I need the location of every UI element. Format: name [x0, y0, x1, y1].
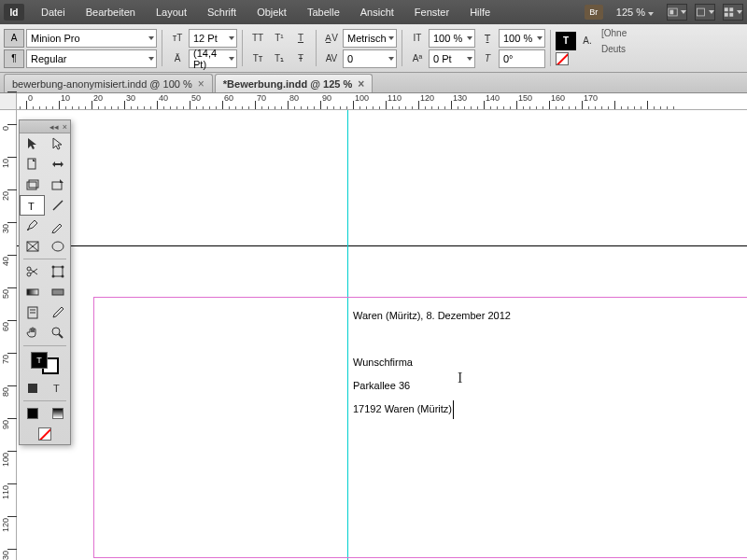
svg-rect-33 — [28, 384, 37, 393]
formatting-text-icon[interactable]: T — [45, 378, 70, 399]
leading-combo[interactable]: (14,4 Pt) — [189, 49, 237, 68]
fill-stroke-swatch[interactable]: T — [31, 352, 59, 374]
free-transform-tool[interactable] — [45, 261, 70, 282]
baseline-combo[interactable]: 0 Pt — [429, 49, 475, 68]
tracking-icon: AV — [321, 49, 342, 68]
bridge-icon[interactable]: Br — [585, 5, 603, 20]
tab-bewerbung-anon[interactable]: bewerbung-anonymisiert.indd @ 100 %× — [4, 74, 213, 92]
scissors-tool[interactable] — [20, 261, 45, 282]
font-style-combo[interactable]: Regular — [26, 49, 157, 68]
kerning-combo[interactable]: Metrisch — [343, 29, 397, 48]
menu-fenster[interactable]: Fenster — [405, 3, 458, 21]
document-canvas[interactable]: Waren (Müritz), 8. Dezember 2012 Wunschf… — [17, 110, 747, 560]
apply-gradient-icon[interactable] — [45, 403, 70, 424]
arrange-icon[interactable] — [723, 4, 743, 21]
smallcaps-icon[interactable]: Tт — [247, 49, 268, 68]
selection-tool[interactable] — [20, 133, 45, 154]
menu-hilfe[interactable]: Hilfe — [460, 3, 500, 21]
tools-panel[interactable]: ◂◂× T — [19, 119, 71, 445]
charstyle-label: [Ohne — [599, 26, 628, 40]
close-icon[interactable]: × — [63, 122, 67, 132]
close-icon[interactable]: × — [198, 77, 204, 91]
svg-point-16 — [52, 242, 63, 251]
strikethrough-icon[interactable]: Ŧ — [290, 49, 311, 68]
text-frame-content[interactable]: Waren (Müritz), 8. Dezember 2012 Wunschf… — [353, 304, 511, 421]
hand-tool[interactable] — [20, 323, 45, 343]
eyedropper-tool[interactable] — [45, 302, 70, 323]
hscale-icon: Ṯ — [477, 29, 498, 48]
fill-color-icon[interactable]: T — [556, 32, 576, 50]
underline-icon[interactable]: T — [290, 29, 311, 48]
type-tool[interactable]: T — [20, 195, 45, 216]
svg-rect-4 — [729, 7, 733, 11]
leading-icon: Ä — [167, 49, 188, 68]
paragraph-mode-icon[interactable]: ¶ — [4, 49, 24, 68]
menu-ansicht[interactable]: Ansicht — [351, 3, 403, 21]
language-label: Deuts — [599, 42, 628, 56]
panel-header[interactable]: ◂◂× — [20, 120, 70, 133]
pencil-tool[interactable] — [45, 216, 70, 236]
menu-objekt[interactable]: Objekt — [247, 3, 296, 21]
menu-bearbeiten[interactable]: Bearbeiten — [77, 3, 145, 21]
font-size-combo[interactable]: 12 Pt — [189, 29, 237, 48]
apply-none-icon[interactable] — [33, 424, 58, 444]
text-line-street: Parkallee 36 — [353, 374, 511, 398]
tab-bewerbung[interactable]: *Bewerbung.indd @ 125 %× — [215, 74, 374, 92]
vertical-ruler[interactable]: 0102030405060708090100110120130140150160 — [0, 110, 17, 560]
note-tool[interactable] — [20, 302, 45, 323]
svg-text:T: T — [53, 383, 60, 394]
skew-icon: T — [477, 49, 498, 68]
charstyle-icon[interactable]: A. — [577, 32, 598, 50]
menu-datei[interactable]: Datei — [32, 3, 75, 21]
svg-rect-21 — [53, 267, 63, 276]
superscript-icon[interactable]: T¹ — [269, 29, 289, 48]
menu-layout[interactable]: Layout — [147, 3, 196, 21]
zoom-tool[interactable] — [45, 323, 70, 343]
vscale-icon: IT — [407, 29, 428, 48]
content-placer-tool[interactable] — [45, 175, 70, 195]
page-tool[interactable] — [20, 154, 45, 175]
zoom-level[interactable]: 125 % — [611, 7, 659, 18]
screen-mode-icon[interactable] — [695, 4, 715, 21]
svg-point-17 — [27, 267, 31, 271]
vscale-combo[interactable]: 100 % — [429, 29, 475, 48]
collapse-icon[interactable]: ◂◂ — [49, 122, 59, 132]
workspace: 0102030405060708090100110120130140150160… — [0, 93, 747, 560]
svg-rect-3 — [725, 7, 728, 11]
menu-tabelle[interactable]: Tabelle — [298, 3, 349, 21]
view-mode-icon[interactable] — [667, 4, 687, 21]
svg-point-25 — [61, 275, 63, 278]
menu-schrift[interactable]: Schrift — [198, 3, 246, 21]
character-mode-icon[interactable]: A — [4, 29, 24, 48]
page-edge-top — [17, 245, 747, 246]
text-line-city: 17192 Waren (Müritz) — [353, 398, 511, 421]
ibeam-cursor-icon: I — [458, 370, 462, 386]
gap-tool[interactable] — [45, 154, 70, 175]
ellipse-tool[interactable] — [45, 236, 70, 257]
hscale-combo[interactable]: 100 % — [499, 29, 545, 48]
allcaps-icon[interactable]: TT — [247, 29, 268, 48]
font-family-combo[interactable]: Minion Pro — [26, 29, 157, 48]
svg-point-18 — [27, 273, 31, 276]
skew-combo[interactable]: 0° — [499, 49, 545, 68]
text-line-date: Waren (Müritz), 8. Dezember 2012 — [353, 304, 511, 328]
rectangle-frame-tool[interactable] — [20, 236, 45, 257]
tracking-combo[interactable]: 0 — [343, 49, 397, 68]
content-collector-tool[interactable] — [20, 175, 45, 195]
line-tool[interactable] — [45, 195, 70, 216]
close-icon[interactable]: × — [358, 77, 364, 91]
formatting-container-icon[interactable] — [20, 378, 45, 399]
horizontal-ruler[interactable]: 0102030405060708090100110120130140150160… — [17, 93, 747, 110]
svg-rect-27 — [52, 289, 63, 295]
svg-point-24 — [51, 275, 54, 278]
subscript-icon[interactable]: T₁ — [269, 49, 289, 68]
svg-line-12 — [53, 201, 63, 210]
svg-rect-1 — [669, 10, 673, 15]
svg-rect-10 — [52, 182, 62, 189]
stroke-none-icon[interactable] — [556, 52, 569, 65]
apply-color-icon[interactable] — [20, 403, 45, 424]
pen-tool[interactable] — [20, 216, 45, 236]
direct-selection-tool[interactable] — [45, 133, 70, 154]
gradient-swatch-tool[interactable] — [20, 282, 45, 302]
gradient-feather-tool[interactable] — [45, 282, 70, 302]
